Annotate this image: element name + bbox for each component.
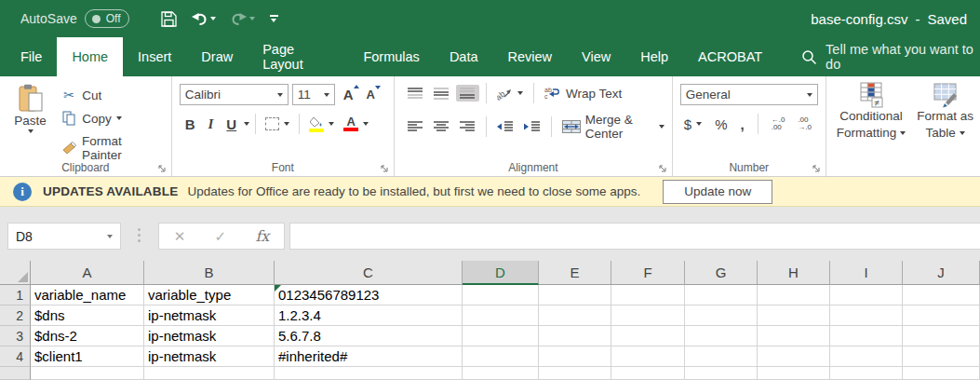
- cell-c2[interactable]: 1.2.3.4: [275, 305, 463, 326]
- clipboard-dialog-launcher[interactable]: [156, 163, 168, 174]
- tab-formulas[interactable]: Formulas: [348, 37, 434, 76]
- tab-file[interactable]: File: [6, 37, 57, 76]
- update-now-button[interactable]: Update now: [663, 180, 772, 204]
- cell-b3[interactable]: ip-netmask: [144, 326, 275, 346]
- paste-button[interactable]: Paste: [4, 80, 57, 159]
- cell-g5[interactable]: [685, 367, 758, 380]
- align-left-button[interactable]: [404, 118, 427, 135]
- cell-g1[interactable]: [685, 285, 758, 305]
- tab-help[interactable]: Help: [625, 37, 683, 76]
- cell-e4[interactable]: [539, 346, 611, 367]
- column-header-e[interactable]: E: [539, 261, 611, 285]
- number-format-combobox[interactable]: General: [680, 84, 818, 105]
- redo-button[interactable]: [225, 8, 261, 29]
- row-header-4[interactable]: 4: [0, 346, 31, 367]
- cell-b2[interactable]: ip-netmask: [144, 305, 275, 326]
- tab-acrobat[interactable]: ACROBAT: [683, 37, 777, 76]
- enter-button[interactable]: ✓: [215, 228, 227, 245]
- tell-me-search[interactable]: Tell me what you want to do: [801, 37, 980, 76]
- save-button[interactable]: [155, 7, 182, 31]
- cell-i2[interactable]: [830, 305, 903, 326]
- tab-home[interactable]: Home: [57, 37, 123, 76]
- cell-j5[interactable]: [903, 367, 980, 380]
- currency-format-button[interactable]: $: [680, 115, 705, 134]
- cell-f5[interactable]: [611, 367, 685, 380]
- cell-c4[interactable]: #inherited#: [275, 346, 463, 367]
- increase-decimal-button[interactable]: ←.0 .00: [768, 115, 789, 133]
- cell-e2[interactable]: [539, 305, 611, 326]
- column-header-g[interactable]: G: [685, 261, 758, 285]
- cell-i3[interactable]: [830, 326, 903, 346]
- alignment-dialog-launcher[interactable]: [657, 163, 668, 174]
- align-bottom-button[interactable]: [456, 85, 479, 102]
- increase-font-size-button[interactable]: A: [339, 87, 358, 102]
- decrease-font-size-button[interactable]: A: [362, 88, 380, 102]
- format-painter-button[interactable]: Format Painter: [57, 132, 167, 164]
- cell-b5[interactable]: [144, 367, 275, 380]
- cell-j3[interactable]: [903, 326, 980, 346]
- conditional-formatting-button[interactable]: ≠ Conditional Formatting: [834, 80, 909, 159]
- fill-color-button[interactable]: [305, 115, 338, 134]
- autosave-control[interactable]: AutoSave Off: [20, 9, 129, 28]
- align-right-button[interactable]: [456, 118, 479, 135]
- format-as-table-button[interactable]: Format as Table: [914, 80, 976, 159]
- cell-h4[interactable]: [758, 346, 830, 367]
- tab-insert[interactable]: Insert: [123, 37, 186, 76]
- cell-h2[interactable]: [758, 305, 830, 326]
- cell-f2[interactable]: [611, 305, 685, 326]
- cell-g4[interactable]: [685, 346, 758, 367]
- cell-i4[interactable]: [830, 346, 903, 367]
- column-header-d[interactable]: D: [463, 261, 539, 285]
- column-header-i[interactable]: I: [830, 261, 903, 285]
- borders-button[interactable]: [262, 115, 293, 132]
- cell-a5[interactable]: [31, 367, 144, 380]
- font-family-combobox[interactable]: Calibri: [180, 84, 289, 105]
- tab-data[interactable]: Data: [435, 37, 493, 76]
- cell-f4[interactable]: [611, 346, 685, 367]
- name-box[interactable]: D8: [7, 223, 121, 250]
- customize-toolbar-button[interactable]: [264, 11, 284, 26]
- cell-c1[interactable]: 0123456789123: [275, 285, 463, 305]
- font-color-button[interactable]: A: [340, 115, 372, 133]
- orientation-button[interactable]: ab: [493, 85, 527, 102]
- cell-h5[interactable]: [758, 367, 830, 380]
- cell-b4[interactable]: ip-netmask: [144, 346, 275, 367]
- cell-f3[interactable]: [611, 326, 685, 346]
- cell-j4[interactable]: [903, 346, 980, 367]
- cell-a4[interactable]: $client1: [31, 346, 144, 367]
- cell-e5[interactable]: [539, 367, 611, 380]
- tab-view[interactable]: View: [567, 37, 625, 76]
- font-size-combobox[interactable]: 11: [292, 84, 335, 105]
- row-header-2[interactable]: 2: [0, 305, 31, 326]
- cell-d5[interactable]: [463, 367, 539, 380]
- column-header-j[interactable]: J: [903, 261, 980, 285]
- cell-j1[interactable]: [903, 285, 980, 305]
- undo-button[interactable]: [186, 8, 222, 29]
- formula-input[interactable]: [289, 223, 980, 250]
- cell-a3[interactable]: $dns-2: [31, 326, 144, 346]
- row-header-5[interactable]: [0, 367, 31, 380]
- align-top-button[interactable]: [404, 85, 427, 102]
- cell-e3[interactable]: [539, 326, 611, 346]
- drag-handle[interactable]: [138, 228, 141, 242]
- column-header-h[interactable]: H: [758, 261, 830, 285]
- increase-indent-button[interactable]: [520, 118, 544, 135]
- column-header-f[interactable]: F: [611, 261, 685, 285]
- cell-c3[interactable]: 5.6.7.8: [275, 326, 463, 346]
- cell-h1[interactable]: [758, 285, 830, 305]
- column-header-b[interactable]: B: [144, 261, 275, 285]
- copy-button[interactable]: Copy: [57, 109, 167, 128]
- cell-a2[interactable]: $dns: [31, 305, 144, 326]
- cell-g3[interactable]: [685, 326, 758, 346]
- cell-d1[interactable]: [463, 285, 539, 305]
- column-header-c[interactable]: C: [275, 261, 463, 285]
- row-header-1[interactable]: 1: [0, 285, 31, 305]
- tab-draw[interactable]: Draw: [186, 37, 248, 76]
- decrease-indent-button[interactable]: [493, 118, 517, 135]
- comma-format-button[interactable]: ,: [737, 115, 748, 134]
- cell-e1[interactable]: [539, 285, 611, 305]
- insert-function-button[interactable]: fx: [255, 227, 269, 245]
- autosave-toggle[interactable]: Off: [85, 9, 129, 28]
- number-dialog-launcher[interactable]: [811, 163, 822, 174]
- select-all-button[interactable]: [0, 261, 31, 285]
